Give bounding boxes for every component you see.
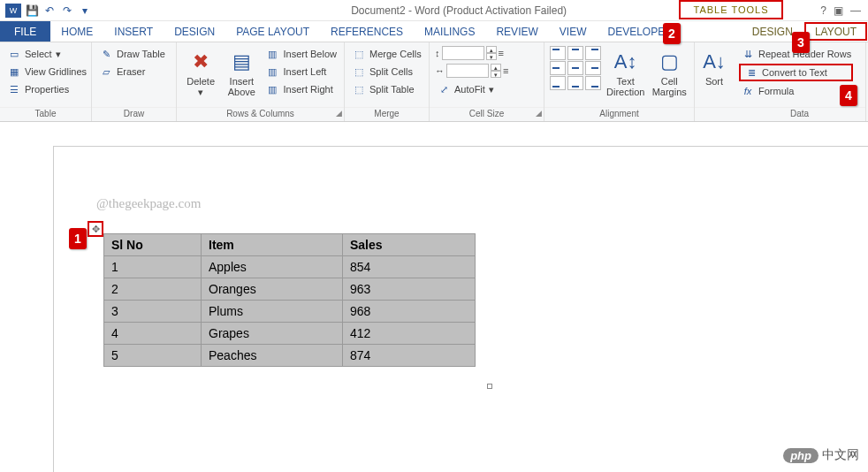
row-height-icon: ↕ [435,48,440,58]
group-label-table: Table [0,107,91,121]
insert-left-button[interactable]: ▥Insert Left [263,64,339,80]
pencil-icon: ✎ [99,47,113,61]
delete-button[interactable]: ✖Delete▾ [182,46,219,99]
align-top-right[interactable] [585,46,601,60]
save-icon[interactable]: 💾 [25,4,39,18]
group-label-rows-cols: Rows & Columns◢ [177,107,344,121]
convert-to-text-button[interactable]: ≣Convert to Text [739,64,853,81]
merge-cells-button[interactable]: ⬚Merge Cells [350,46,423,62]
table-row: 3Plums968 [104,301,476,323]
split-cells-icon: ⬚ [352,65,366,79]
callout-2: 2 [663,23,681,44]
insert-below-icon: ▥ [265,47,279,61]
redo-icon[interactable]: ↷ [60,4,74,18]
tab-design[interactable]: DESIGN [164,21,225,42]
cell-margins-button[interactable]: ▢Cell Margins [650,46,689,99]
group-label-data: Data [734,107,865,121]
autofit-icon: ⤢ [437,82,451,96]
align-middle-center[interactable] [567,61,583,75]
table-row: 4Grapes412 [104,323,476,345]
tab-file[interactable]: FILE [0,21,50,42]
split-cells-button[interactable]: ⬚Split Cells [350,64,423,80]
watermark-text: @thegeekpage.com [96,196,201,211]
tab-insert[interactable]: INSERT [103,21,164,42]
table-resize-handle-icon[interactable] [487,384,492,389]
align-bottom-left[interactable] [550,76,566,90]
tab-page-layout[interactable]: PAGE LAYOUT [225,21,320,42]
table-header[interactable]: Sl No [104,234,202,256]
eraser-button[interactable]: ▱Eraser [97,64,167,80]
tab-mailings[interactable]: MAILINGS [414,21,485,42]
autofit-button[interactable]: ⤢AutoFit ▾ [435,81,508,97]
group-label-alignment: Alignment [544,107,694,121]
text-direction-icon: A↕ [612,48,640,76]
align-top-center[interactable] [567,46,583,60]
cell-margins-icon: ▢ [655,48,683,76]
footer-brand: php 中文网 [783,447,859,463]
table-move-handle-icon[interactable]: ✥ [88,221,103,237]
split-table-icon: ⬚ [352,82,366,96]
data-table[interactable]: Sl No Item Sales 1Apples854 2Oranges963 … [103,233,476,367]
table-tools-context-label: TABLE TOOLS [679,0,783,19]
insert-above-icon: ▤ [227,48,255,76]
view-gridlines-button[interactable]: ▦View Gridlines [5,64,88,80]
group-label-merge: Merge [345,107,429,121]
insert-right-button[interactable]: ▥Insert Right [263,81,339,97]
document-page[interactable]: @thegeekpage.com ✥ Sl No Item Sales 1App… [53,146,868,472]
align-bottom-center[interactable] [567,76,583,90]
ribbon-options-icon[interactable]: ▣ [834,4,843,17]
merge-cells-icon: ⬚ [352,47,366,61]
table-header[interactable]: Sales [343,234,476,256]
php-badge: php [783,448,819,463]
align-bottom-right[interactable] [585,76,601,90]
table-row: 1Apples854 [104,256,476,278]
row-height-field[interactable]: ↕▴▾≡ [435,46,508,60]
properties-button[interactable]: ☰Properties [5,81,88,97]
rows-cols-launcher-icon[interactable]: ◢ [336,109,342,118]
text-direction-button[interactable]: A↕Text Direction [605,46,646,99]
table-row: 2Oranges963 [104,278,476,301]
table-header-row: Sl No Item Sales [104,234,476,256]
cell-size-launcher-icon[interactable]: ◢ [536,109,542,118]
group-label-draw: Draw [92,107,176,121]
distribute-rows-icon[interactable]: ≡ [499,48,504,58]
help-icon[interactable]: ? [820,4,826,17]
insert-right-icon: ▥ [265,82,279,96]
insert-left-icon: ▥ [265,65,279,79]
tab-home[interactable]: HOME [50,21,103,42]
group-label-cell-size: Cell Size◢ [430,107,544,121]
cursor-icon: ▭ [7,47,21,61]
col-width-field[interactable]: ↔▴▾≡ [435,64,508,78]
properties-icon: ☰ [7,82,21,96]
distribute-cols-icon[interactable]: ≡ [503,65,508,76]
tab-view[interactable]: VIEW [549,21,598,42]
convert-to-text-icon: ≣ [744,65,758,80]
split-table-button[interactable]: ⬚Split Table [350,81,423,97]
repeat-header-icon: ⇊ [741,47,755,61]
callout-1: 1 [69,228,87,249]
sort-icon: A↓ [700,48,728,76]
tab-references[interactable]: REFERENCES [320,21,414,42]
align-middle-right[interactable] [585,61,601,75]
qat-customize-icon[interactable]: ▾ [78,4,92,18]
delete-icon: ✖ [187,48,215,76]
col-width-icon: ↔ [435,65,445,76]
footer-brand-text: 中文网 [822,447,859,463]
tab-table-layout[interactable]: LAYOUT [804,22,867,41]
sort-button[interactable]: A↓Sort [698,46,730,88]
table-header[interactable]: Item [202,234,343,256]
formula-button[interactable]: fxFormula [739,83,853,99]
insert-below-button[interactable]: ▥Insert Below [263,46,339,62]
table-row: 5Peaches874 [104,345,476,367]
select-button[interactable]: ▭Select ▾ [5,46,88,62]
minimize-icon[interactable]: — [850,4,861,17]
undo-icon[interactable]: ↶ [42,4,57,18]
align-top-left[interactable] [550,46,566,60]
eraser-icon: ▱ [99,65,113,79]
align-middle-left[interactable] [550,61,566,75]
draw-table-button[interactable]: ✎Draw Table [97,46,167,62]
word-app-icon: W [5,4,21,18]
tab-review[interactable]: REVIEW [485,21,548,42]
insert-above-button[interactable]: ▤Insert Above [223,46,260,99]
formula-icon: fx [741,84,755,98]
